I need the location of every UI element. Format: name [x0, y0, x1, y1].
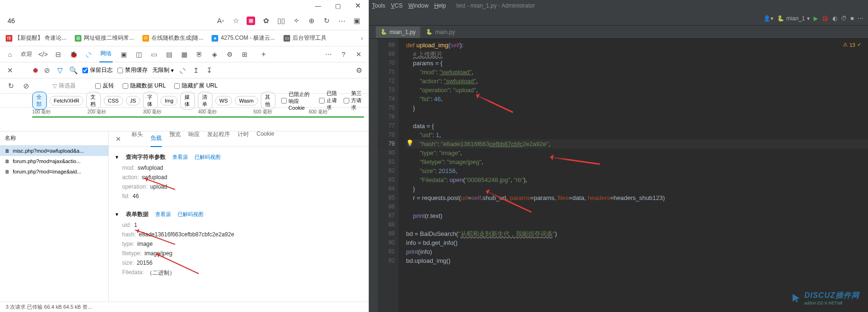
type-filter-Img[interactable]: Img: [160, 96, 177, 105]
settings-icon[interactable]: ⚙: [354, 66, 363, 75]
bookmark-item[interactable]: ⊞网址链接二维码常...: [75, 34, 134, 42]
type-filter-Fetch/XHR[interactable]: Fetch/XHR: [50, 96, 84, 105]
bookmarks-overflow[interactable]: ›: [361, 35, 363, 42]
throttle-dropdown[interactable]: 无限制 ▾: [152, 66, 174, 74]
record-button[interactable]: [33, 68, 38, 73]
bookmark-item[interactable]: ●4275.COM - 极速云...: [212, 34, 275, 42]
minimize-button[interactable]: —: [315, 2, 321, 9]
filter-input[interactable]: ▽ 筛选器: [49, 80, 79, 92]
welcome-tab[interactable]: 欢迎: [21, 50, 32, 58]
run-button[interactable]: ▶: [814, 15, 818, 22]
type-filter-WS[interactable]: WS: [215, 96, 232, 105]
tool-icon-4[interactable]: ▦: [180, 50, 188, 59]
type-filter-Wasm[interactable]: Wasm: [235, 96, 258, 105]
menu-help[interactable]: Help: [434, 2, 446, 9]
wifi-icon[interactable]: ◟◝: [84, 50, 93, 59]
detail-tab-响应[interactable]: 响应: [188, 131, 200, 147]
url-fragment[interactable]: 46: [4, 17, 23, 25]
user-icon[interactable]: 👤▾: [763, 15, 773, 22]
hide-dataurl-checkbox[interactable]: 隐藏数据 URL: [123, 82, 166, 90]
network-tab[interactable]: 网络: [99, 46, 113, 62]
extension-icon[interactable]: ▦: [247, 17, 255, 25]
type-filter-清单[interactable]: 清单: [198, 92, 213, 110]
detail-tab-负载[interactable]: 负载: [151, 131, 162, 147]
type-filter-其他[interactable]: 其他: [261, 92, 275, 110]
close-icon[interactable]: ✕: [6, 66, 14, 75]
type-filter-全部[interactable]: 全部: [32, 92, 47, 110]
editor-tab[interactable]: 🐍mian_1.py: [376, 26, 420, 38]
type-filter-媒体[interactable]: 媒体: [180, 92, 195, 110]
run-config-selector[interactable]: 🐍 mian_1 ▾: [777, 15, 809, 22]
detail-tab-Cookie[interactable]: Cookie: [257, 131, 274, 147]
code-editor[interactable]: def upload_img(self): # 上传图片 params = { …: [399, 39, 868, 312]
home-icon[interactable]: ⌂: [6, 50, 14, 59]
view-source-link-2[interactable]: 查看源: [155, 211, 171, 218]
request-row[interactable]: 🗎forum.php?mod=ajax&actio...: [0, 156, 108, 166]
bookmark-item[interactable]: 传【新提醒】 奇速论...: [6, 34, 66, 42]
more-icon[interactable]: ⋯: [337, 17, 346, 25]
sidebar-icon[interactable]: ▣: [353, 17, 361, 25]
bookmark-item[interactable]: ⟳在线随机数生成|随...: [142, 34, 203, 42]
text-size-icon[interactable]: A»: [216, 17, 225, 25]
timeline[interactable]: 100 毫秒200 毫秒300 毫秒400 毫秒500 毫秒600 毫秒: [0, 108, 369, 131]
filter-toggle-icon[interactable]: ▽: [56, 66, 64, 75]
profile-button[interactable]: ⏱: [841, 15, 847, 22]
detail-tab-发起程序[interactable]: 发起程序: [207, 131, 230, 147]
debug-button[interactable]: 🐞: [822, 15, 829, 22]
refresh-icon[interactable]: ↻: [7, 82, 15, 90]
sources-icon[interactable]: ⊟: [54, 50, 62, 59]
detail-tab-计时[interactable]: 计时: [238, 131, 249, 147]
editor-tab[interactable]: 🐍main.py: [421, 26, 460, 38]
disable-cache-checkbox[interactable]: 禁用缓存: [117, 66, 148, 74]
warnings-badge[interactable]: ⚠ 13 ✓: [843, 42, 861, 48]
shield-icon[interactable]: ⛨: [195, 50, 204, 59]
type-filter-文档[interactable]: 文档: [86, 92, 101, 110]
downloads-icon[interactable]: ↻: [322, 17, 331, 25]
type-filter-字体[interactable]: 字体: [143, 92, 158, 110]
invert-checkbox[interactable]: 反转: [95, 82, 114, 90]
type-filter-CSS[interactable]: CSS: [104, 96, 123, 105]
coverage-button[interactable]: ◐: [833, 15, 837, 22]
bug-icon[interactable]: 🐞: [69, 50, 78, 59]
tool-icon-7[interactable]: ⊞: [240, 50, 249, 59]
form-data-heading[interactable]: 表单数据: [126, 210, 149, 218]
hide-exturl-checkbox[interactable]: 隐藏扩展 URL: [174, 82, 217, 90]
tool-icon-2[interactable]: ▭: [150, 50, 158, 59]
tool-icon-6[interactable]: ⚙: [225, 50, 234, 59]
search-icon[interactable]: 🔍: [69, 66, 78, 75]
detail-tab-标头[interactable]: 标头: [132, 131, 143, 147]
request-row[interactable]: 🗎misc.php?mod=swfupload&a...: [0, 146, 108, 156]
upload-icon[interactable]: ↥: [192, 66, 200, 75]
more-button[interactable]: ⋯: [858, 15, 863, 22]
puzzle-icon[interactable]: ✿: [262, 17, 270, 25]
tool-icon-3[interactable]: ▤: [165, 50, 173, 59]
elements-icon[interactable]: </>: [39, 50, 47, 59]
overflow-icon[interactable]: ⋯: [324, 50, 333, 59]
stop-button[interactable]: ■: [850, 15, 854, 22]
maximize-button[interactable]: ▢: [335, 2, 341, 9]
close-devtools-icon[interactable]: ✕: [354, 50, 363, 59]
tool-icon-1[interactable]: ◫: [134, 50, 143, 59]
request-row[interactable]: 🗎forum.php?mod=image&aid...: [0, 166, 108, 177]
view-source-link[interactable]: 查看源: [172, 154, 188, 161]
menu-vcs[interactable]: VCS: [391, 2, 403, 9]
intention-bulb-icon[interactable]: 💡: [406, 139, 414, 147]
sync-icon[interactable]: ⊕: [307, 17, 316, 25]
detail-tab-预览[interactable]: 预览: [169, 131, 181, 147]
download-icon[interactable]: ↧: [205, 66, 213, 75]
bookmark-item[interactable]: ▭后台管理工具: [283, 34, 327, 42]
close-details-icon[interactable]: ✕: [113, 135, 124, 143]
reader-icon[interactable]: ▯▯: [277, 17, 285, 25]
tool-icon-5[interactable]: ◈: [210, 50, 219, 59]
menu-window[interactable]: Window: [408, 2, 429, 9]
type-filter-JS[interactable]: JS: [126, 96, 141, 105]
preserve-log-checkbox[interactable]: 保留日志: [82, 66, 113, 74]
decoded-view-link-2[interactable]: 已解码视图: [177, 211, 204, 218]
menu-tools[interactable]: Tools: [372, 2, 385, 9]
collections-icon[interactable]: ✧: [292, 17, 301, 25]
favorite-icon[interactable]: ☆: [231, 17, 240, 25]
screenshot-icon[interactable]: ▣: [119, 50, 128, 59]
clear-icon[interactable]: ⊘: [43, 66, 51, 75]
help-icon[interactable]: ?: [339, 50, 348, 59]
block-icon[interactable]: ⊘: [22, 82, 30, 90]
